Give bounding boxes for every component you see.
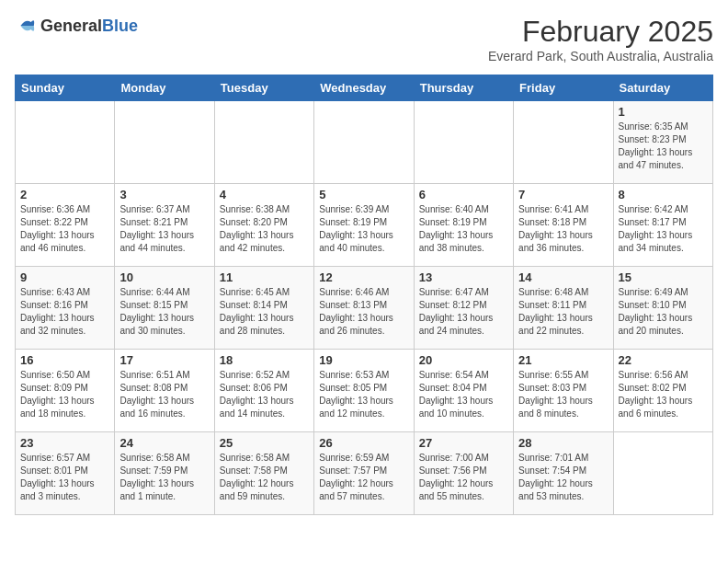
day-number: 12 [319,270,408,284]
logo: GeneralBlue [15,15,138,37]
day-number: 28 [518,436,608,450]
day-info: Sunrise: 7:00 AM Sunset: 7:56 PM Dayligh… [419,452,508,503]
day-cell: 13Sunrise: 6:47 AM Sunset: 8:12 PM Dayli… [414,267,513,350]
day-number: 27 [419,436,508,450]
day-cell: 17Sunrise: 6:51 AM Sunset: 8:08 PM Dayli… [115,350,214,432]
day-cell: 18Sunrise: 6:52 AM Sunset: 8:06 PM Dayli… [214,350,313,432]
logo-wordmark: GeneralBlue [40,17,138,36]
day-cell: 22Sunrise: 6:56 AM Sunset: 8:02 PM Dayli… [613,350,712,432]
calendar-table: SundayMondayTuesdayWednesdayThursdayFrid… [15,75,713,515]
day-number: 17 [119,353,209,367]
day-cell: 19Sunrise: 6:53 AM Sunset: 8:05 PM Dayli… [314,350,414,432]
day-number: 6 [419,188,508,201]
day-info: Sunrise: 6:38 AM Sunset: 8:20 PM Dayligh… [220,203,309,255]
page-header: GeneralBlue February 2025 Everard Park, … [15,15,713,63]
day-number: 1 [619,105,708,119]
day-cell: 25Sunrise: 6:58 AM Sunset: 7:58 PM Dayli… [214,432,313,515]
day-number: 11 [220,270,309,284]
logo-blue: Blue [102,17,138,35]
week-row-1: 1Sunrise: 6:35 AM Sunset: 8:23 PM Daylig… [16,101,713,184]
day-cell: 10Sunrise: 6:44 AM Sunset: 8:15 PM Dayli… [115,267,214,350]
day-cell [514,101,613,184]
day-info: Sunrise: 6:57 AM Sunset: 8:01 PM Dayligh… [20,452,109,503]
day-info: Sunrise: 6:42 AM Sunset: 8:17 PM Dayligh… [619,203,708,255]
day-cell: 16Sunrise: 6:50 AM Sunset: 8:09 PM Dayli… [16,350,115,432]
day-number: 19 [319,353,408,367]
day-cell [16,101,115,184]
day-cell: 7Sunrise: 6:41 AM Sunset: 8:18 PM Daylig… [514,184,613,267]
day-cell [613,432,712,515]
day-info: Sunrise: 6:54 AM Sunset: 8:04 PM Dayligh… [419,369,508,420]
day-info: Sunrise: 6:39 AM Sunset: 8:19 PM Dayligh… [319,203,408,255]
day-number: 20 [419,353,508,367]
day-number: 16 [20,353,109,367]
calendar-title: February 2025 [488,15,713,49]
day-number: 21 [518,353,608,367]
day-info: Sunrise: 6:40 AM Sunset: 8:19 PM Dayligh… [419,203,508,255]
week-row-3: 9Sunrise: 6:43 AM Sunset: 8:16 PM Daylig… [16,267,713,350]
day-cell: 23Sunrise: 6:57 AM Sunset: 8:01 PM Dayli… [16,432,115,515]
title-block: February 2025 Everard Park, South Austra… [488,15,713,63]
day-info: Sunrise: 6:36 AM Sunset: 8:22 PM Dayligh… [20,203,109,255]
day-cell: 4Sunrise: 6:38 AM Sunset: 8:20 PM Daylig… [214,184,313,267]
day-cell: 6Sunrise: 6:40 AM Sunset: 8:19 PM Daylig… [414,184,513,267]
day-cell: 3Sunrise: 6:37 AM Sunset: 8:21 PM Daylig… [115,184,214,267]
day-number: 23 [20,436,109,450]
week-row-5: 23Sunrise: 6:57 AM Sunset: 8:01 PM Dayli… [16,432,713,515]
day-cell [214,101,313,184]
day-cell: 14Sunrise: 6:48 AM Sunset: 8:11 PM Dayli… [514,267,613,350]
day-number: 18 [220,353,309,367]
weekday-header-tuesday: Tuesday [214,75,313,101]
day-info: Sunrise: 6:53 AM Sunset: 8:05 PM Dayligh… [319,369,408,420]
day-info: Sunrise: 7:01 AM Sunset: 7:54 PM Dayligh… [518,452,608,503]
day-cell: 26Sunrise: 6:59 AM Sunset: 7:57 PM Dayli… [314,432,414,515]
day-number: 26 [319,436,408,450]
logo-general: General [40,17,102,35]
day-info: Sunrise: 6:46 AM Sunset: 8:13 PM Dayligh… [319,286,408,338]
day-cell: 2Sunrise: 6:36 AM Sunset: 8:22 PM Daylig… [16,184,115,267]
day-info: Sunrise: 6:41 AM Sunset: 8:18 PM Dayligh… [518,203,608,255]
day-cell [414,101,513,184]
logo-icon [15,15,37,37]
weekday-header-saturday: Saturday [613,75,712,101]
day-info: Sunrise: 6:45 AM Sunset: 8:14 PM Dayligh… [220,286,309,338]
day-number: 8 [619,188,708,201]
day-cell: 11Sunrise: 6:45 AM Sunset: 8:14 PM Dayli… [214,267,313,350]
day-info: Sunrise: 6:51 AM Sunset: 8:08 PM Dayligh… [119,369,209,420]
day-number: 13 [419,270,508,284]
day-number: 15 [619,270,708,284]
day-number: 7 [518,188,608,201]
day-info: Sunrise: 6:43 AM Sunset: 8:16 PM Dayligh… [20,286,109,338]
day-cell [115,101,214,184]
day-cell: 24Sunrise: 6:58 AM Sunset: 7:59 PM Dayli… [115,432,214,515]
day-info: Sunrise: 6:37 AM Sunset: 8:21 PM Dayligh… [119,203,209,255]
day-info: Sunrise: 6:58 AM Sunset: 7:59 PM Dayligh… [119,452,209,503]
day-number: 3 [119,188,209,201]
day-cell: 1Sunrise: 6:35 AM Sunset: 8:23 PM Daylig… [613,101,712,184]
day-info: Sunrise: 6:52 AM Sunset: 8:06 PM Dayligh… [220,369,309,420]
weekday-header-row: SundayMondayTuesdayWednesdayThursdayFrid… [16,75,713,101]
day-info: Sunrise: 6:50 AM Sunset: 8:09 PM Dayligh… [20,369,109,420]
day-info: Sunrise: 6:47 AM Sunset: 8:12 PM Dayligh… [419,286,508,338]
day-info: Sunrise: 6:49 AM Sunset: 8:10 PM Dayligh… [619,286,708,338]
weekday-header-wednesday: Wednesday [314,75,414,101]
day-cell: 27Sunrise: 7:00 AM Sunset: 7:56 PM Dayli… [414,432,513,515]
day-number: 24 [119,436,209,450]
week-row-4: 16Sunrise: 6:50 AM Sunset: 8:09 PM Dayli… [16,350,713,432]
day-number: 2 [20,188,109,201]
day-info: Sunrise: 6:44 AM Sunset: 8:15 PM Dayligh… [119,286,209,338]
day-info: Sunrise: 6:35 AM Sunset: 8:23 PM Dayligh… [619,121,708,172]
day-number: 25 [220,436,309,450]
day-cell: 5Sunrise: 6:39 AM Sunset: 8:19 PM Daylig… [314,184,414,267]
day-cell: 20Sunrise: 6:54 AM Sunset: 8:04 PM Dayli… [414,350,513,432]
day-cell: 21Sunrise: 6:55 AM Sunset: 8:03 PM Dayli… [514,350,613,432]
day-info: Sunrise: 6:48 AM Sunset: 8:11 PM Dayligh… [518,286,608,338]
day-cell: 12Sunrise: 6:46 AM Sunset: 8:13 PM Dayli… [314,267,414,350]
day-info: Sunrise: 6:59 AM Sunset: 7:57 PM Dayligh… [319,452,408,503]
weekday-header-friday: Friday [514,75,613,101]
day-number: 9 [20,270,109,284]
weekday-header-sunday: Sunday [16,75,115,101]
day-cell: 9Sunrise: 6:43 AM Sunset: 8:16 PM Daylig… [16,267,115,350]
day-info: Sunrise: 6:58 AM Sunset: 7:58 PM Dayligh… [220,452,309,503]
day-cell [314,101,414,184]
